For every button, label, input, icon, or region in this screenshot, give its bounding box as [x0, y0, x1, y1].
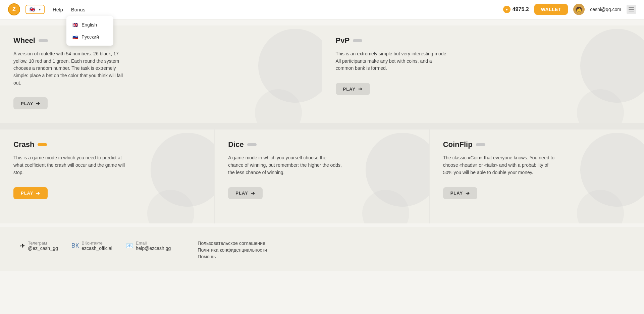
- vk-icon: ВК: [71, 242, 79, 249]
- arrow-right-icon: ➔: [36, 101, 40, 106]
- wheel-title: Wheel: [13, 36, 35, 45]
- lang-option-russian[interactable]: 🇷🇺 Русский: [66, 31, 113, 43]
- card-bg-circle2: [362, 190, 409, 223]
- english-label: English: [82, 22, 97, 28]
- uk-flag-icon: 🇬🇧: [30, 7, 37, 12]
- menu-bar-3: [629, 11, 634, 11]
- dice-description: A game mode in which you yourself choose…: [228, 154, 342, 176]
- footer-inner: ✈ Телеграм @ez_cash_gg ВК ВКонтакте ezca…: [20, 241, 624, 261]
- lang-option-english[interactable]: 🇬🇧 English: [66, 19, 113, 31]
- russian-flag-icon: 🇷🇺: [72, 34, 78, 40]
- coinflip-play-label: PLAY: [450, 191, 463, 196]
- menu-icon[interactable]: [627, 5, 636, 14]
- terms-link[interactable]: Пользовательское соглашение: [198, 241, 267, 246]
- crash-description: This is a game mode in which you need to…: [13, 154, 127, 176]
- pvp-description: This is an extremely simple but very int…: [336, 50, 450, 72]
- arrow-right-icon: ➔: [36, 191, 40, 196]
- coinflip-title-row: CoinFlip: [443, 140, 631, 149]
- wheel-badge: [39, 39, 48, 42]
- balance-value: 4975.2: [513, 6, 529, 12]
- card-bg-circle2: [577, 89, 624, 123]
- avatar[interactable]: 🧑: [573, 4, 585, 15]
- dice-play-label: PLAY: [235, 191, 248, 196]
- vk-label: ВКонтакте: [82, 241, 112, 246]
- pvp-title-row: PvP: [336, 36, 631, 45]
- game-card-coinflip: CoinFlip The classic «Coin» that everyon…: [429, 129, 644, 223]
- header-right: ● 4975.2 WALLET 🧑 ceshi@qq.com: [503, 4, 636, 15]
- coin-balance: ● 4975.2: [503, 6, 529, 13]
- menu-bar-1: [629, 7, 634, 8]
- user-email: ceshi@qq.com: [590, 7, 621, 12]
- dice-title-row: Dice: [228, 140, 416, 149]
- dice-play-button[interactable]: PLAY ➔: [228, 187, 262, 199]
- pvp-badge: [353, 39, 362, 42]
- email-handle: help@ezcash.gg: [136, 246, 171, 251]
- main-content: Wheel A version of roulette with 54 numb…: [0, 19, 644, 291]
- vk-handle: ezcash_official: [82, 246, 112, 251]
- crash-title-row: Crash: [13, 140, 201, 149]
- pvp-play-label: PLAY: [343, 87, 356, 92]
- game-card-wheel: Wheel A version of roulette with 54 numb…: [0, 25, 322, 123]
- telegram-icon: ✈: [20, 242, 25, 250]
- telegram-label: Телеграм: [28, 241, 58, 246]
- header-nav: 🇬🇧 ▾ Help Bonus: [25, 5, 85, 14]
- wheel-description: A version of roulette with 54 numbers: 2…: [13, 50, 127, 87]
- language-dropdown: 🇬🇧 English 🇷🇺 Русский: [66, 16, 113, 46]
- row-divider: [0, 123, 644, 129]
- wheel-play-button[interactable]: PLAY ➔: [13, 97, 48, 109]
- language-selector[interactable]: 🇬🇧 ▾: [25, 5, 45, 14]
- dice-title: Dice: [228, 140, 244, 149]
- telegram-handle: @ez_cash_gg: [28, 246, 58, 251]
- email-icon: 📧: [126, 242, 133, 250]
- chevron-down-icon: ▾: [39, 8, 41, 11]
- menu-bar-2: [629, 9, 634, 10]
- dice-badge: [247, 143, 257, 146]
- email-social[interactable]: 📧 Email help@ezcash.gg: [126, 241, 171, 251]
- game-card-pvp: PvP This is an extremely simple but very…: [322, 25, 644, 123]
- english-flag-icon: 🇬🇧: [72, 22, 78, 28]
- card-bg-circle2: [147, 190, 194, 223]
- logo-text: Z: [12, 6, 16, 12]
- arrow-right-icon: ➔: [466, 191, 470, 196]
- game-card-crash: Crash This is a game mode in which you n…: [0, 129, 214, 223]
- coin-icon: ●: [503, 6, 511, 13]
- coinflip-play-button[interactable]: PLAY ➔: [443, 187, 477, 199]
- privacy-link[interactable]: Политика конфиденциальности: [198, 247, 267, 253]
- footer: ✈ Телеграм @ez_cash_gg ВК ВКонтакте ezca…: [0, 227, 644, 271]
- wallet-button[interactable]: WALLET: [534, 4, 568, 15]
- games-row-2: Crash This is a game mode in which you n…: [0, 129, 644, 223]
- card-bg-circle2: [255, 89, 302, 123]
- bonus-link[interactable]: Bonus: [71, 7, 86, 12]
- crash-badge: [38, 143, 47, 146]
- help-footer-link[interactable]: Помощь: [198, 254, 267, 259]
- crash-play-label: PLAY: [21, 191, 33, 196]
- coinflip-title: CoinFlip: [443, 140, 473, 149]
- arrow-right-icon: ➔: [251, 191, 255, 196]
- logo[interactable]: Z: [8, 3, 20, 15]
- pvp-play-button[interactable]: PLAY ➔: [336, 83, 370, 95]
- email-label: Email: [136, 241, 171, 246]
- vk-info: ВКонтакте ezcash_official: [82, 241, 112, 251]
- telegram-info: Телеграм @ez_cash_gg: [28, 241, 58, 251]
- telegram-social[interactable]: ✈ Телеграм @ez_cash_gg: [20, 241, 58, 251]
- wheel-title-row: Wheel: [13, 36, 309, 45]
- card-bg-circle2: [577, 190, 624, 223]
- footer-links: Пользовательское соглашение Политика кон…: [198, 241, 267, 261]
- email-info: Email help@ezcash.gg: [136, 241, 171, 251]
- crash-play-button[interactable]: PLAY ➔: [13, 187, 48, 199]
- header-links: Help Bonus: [53, 7, 85, 12]
- wheel-play-label: PLAY: [21, 101, 33, 106]
- russian-label: Русский: [82, 34, 99, 40]
- pvp-title: PvP: [336, 36, 350, 45]
- vk-social[interactable]: ВК ВКонтакте ezcash_official: [71, 241, 112, 251]
- coinflip-badge: [476, 143, 485, 146]
- coinflip-description: The classic «Coin» that everyone knows. …: [443, 154, 557, 176]
- arrow-right-icon: ➔: [358, 86, 363, 92]
- help-link[interactable]: Help: [53, 7, 63, 12]
- crash-title: Crash: [13, 140, 34, 149]
- footer-social: ✈ Телеграм @ez_cash_gg ВК ВКонтакте ezca…: [20, 241, 171, 251]
- game-card-dice: Dice A game mode in which you yourself c…: [214, 129, 429, 223]
